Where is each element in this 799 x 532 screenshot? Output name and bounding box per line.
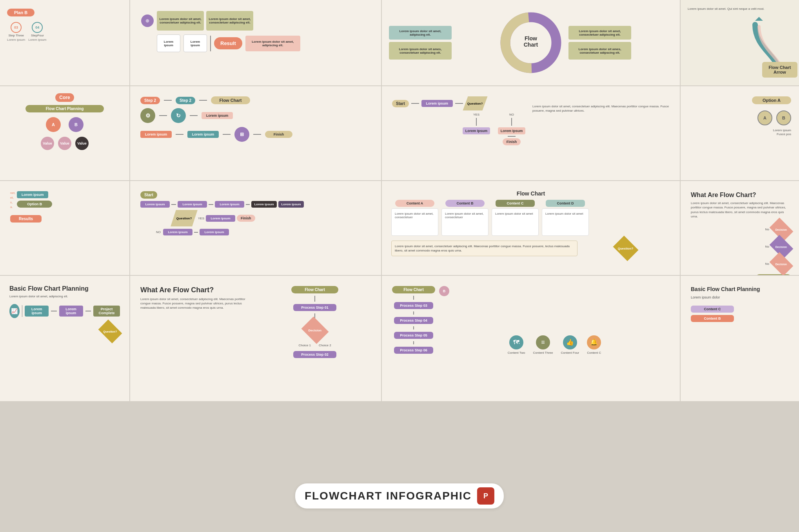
step4-lorem: Lorem ipsum (28, 38, 46, 42)
circle-a-opt: A (757, 110, 772, 125)
step04: Process Step 04 (394, 317, 433, 324)
expand-icon: ⊞ (234, 127, 249, 142)
step2a: Step 2 (140, 97, 160, 104)
what-are-title-14: What Are Flow Chart? (140, 286, 252, 295)
slide-flowchart-donut: Lorem ipsum dolor sit amet, adipiscing e… (382, 0, 680, 85)
planning-label: Flow Chart Planning (25, 105, 104, 112)
body-text: Lorem ipsum dolor sit amet, consectetuer… (532, 96, 670, 170)
footer-icons-area: 🗺 Content Two ≡ Content Three 👍 Content … (508, 335, 601, 355)
start-node: Start (392, 100, 409, 107)
content-a: Content A (395, 200, 434, 207)
content-four-label: Content Four (561, 351, 579, 355)
slide-what-process: What Are Flow Chart? Lorem ipsum dolor s… (130, 276, 381, 401)
content-four-icon: 👍 Content Four (561, 335, 579, 355)
b-circle: B (439, 286, 449, 296)
arrow-lorem: Lorem ipsum dolor sit amet. Qui sint neq… (688, 7, 794, 11)
refresh-icon: ↻ (171, 108, 186, 123)
basic-lorem-16: Lorem ipsum dolor (691, 295, 791, 299)
step3-label: Step Three (8, 34, 24, 37)
project-complete: Project Complete (93, 306, 120, 317)
slide-steps-flow: Step 2 Step 2 Flow Chart ⚙ ↻ Lorem ipsum… (130, 86, 381, 180)
slide-option-b: net, et, s, a. Lorem ipsum Option B Resu… (0, 181, 129, 275)
question-diamond-2: Question? (613, 235, 638, 261)
lorem-small-1: Lorem ipsum (157, 34, 180, 52)
planb-title: Plan B (7, 9, 35, 16)
step4-label: StepFour (31, 34, 44, 37)
donut-lorem-4: Lorem ipsum dolor sit ames, consectetuer… (568, 42, 631, 60)
decision-3: Decision (770, 252, 794, 275)
circle-val1: Value (41, 137, 54, 150)
flow-lorem-3: Lorem ipsum (215, 201, 244, 208)
slide-planb: Plan B 03 Step Three Lorem ipsum 04 Step… (0, 0, 129, 85)
lorem-small-2: Lorem ipsum (183, 34, 207, 52)
option-b-label: Option B (17, 201, 52, 208)
lorem-big-text: Lorem ipsum dolor sit amet, consectetuer… (391, 241, 577, 256)
basic-title-13: Basic Flow Chart Planning (9, 285, 120, 292)
what-are-body-12: Lorem ipsum dolor sit amet, consectetuer… (691, 201, 791, 219)
finish-label: Finish (265, 131, 292, 138)
ppt-icon: P (477, 487, 494, 505)
results-label: Results (10, 215, 42, 223)
content-c-body: Lorem ipsum dolor sit amet (492, 208, 539, 236)
start-node-2: Start (140, 191, 157, 199)
step2b: Step 2 (176, 97, 195, 104)
bell-icon: 🔔 (587, 335, 601, 349)
core-label: Core (55, 93, 74, 102)
circle-b: B (69, 117, 84, 132)
flow-dark-1: Lorem ipsum (251, 201, 277, 208)
map-icon: 🗺 (509, 335, 523, 349)
circle-a: A (46, 117, 61, 132)
question-13: Question? (98, 320, 122, 344)
donut-lorem-1: Lorem ipsum dolor sit amet, adipiscing e… (389, 26, 452, 40)
content-c-16: Content C (691, 306, 734, 313)
lorem-node-1: Lorem ipsum (421, 100, 453, 107)
slide-process-b: Flow Chart Process Step 03 Process Step … (382, 276, 680, 401)
lorem-mid: Lorem ipsum (202, 112, 233, 119)
svg-marker-5 (755, 17, 763, 21)
option-lorem: Lorem ipsum Fusce pos (691, 128, 791, 137)
lorem-node: Lorem ipsum (17, 191, 48, 198)
flowchart-14: Flow Chart (291, 286, 338, 293)
basic-lorem-13: Lorem ipsum dolor sit amet, adipiscing e… (9, 295, 120, 299)
content-three-label: Content Three (533, 351, 553, 355)
slide-basic-right: Basic Flow Chart Planning Lorem ipsum do… (681, 276, 799, 401)
net-label: net, (10, 191, 15, 195)
lorem-node-13: Lorem ipsum (25, 306, 49, 317)
donut-chart: Flow Chart (499, 11, 562, 74)
content-five-label: Content C (587, 351, 601, 355)
circle-val3: Value (75, 137, 89, 150)
lorem-yes: Lorem Ipsum (463, 127, 490, 134)
thumb-icon: 👍 (563, 335, 577, 349)
slide-basic-planning: Basic Flow Chart Planning Lorem ipsum do… (0, 276, 129, 401)
lorem-node-13b: Lorem ipsum (59, 306, 83, 317)
finish-node: Finish (503, 138, 521, 145)
result-box: Result (214, 37, 242, 49)
question-diamond: Question? (463, 96, 487, 110)
slide-what-are: What Are Flow Chart? Lorem ipsum dolor s… (681, 181, 799, 275)
svg-text:Flow: Flow (525, 35, 537, 42)
slide-complex-flow: Start Lorem ipsum Lorem ipsum Lorem ipsu… (130, 181, 381, 275)
option-a-label: Option A (752, 96, 791, 104)
circle-val2: Value (58, 137, 71, 150)
svg-text:Chart: Chart (524, 42, 538, 48)
slide-content-columns: Flow Chart Content A Lorem ipsum dolor s… (382, 181, 680, 275)
lorem-box-1: Lorem ipsum dolor sit amet, consectetuer… (157, 11, 204, 31)
content-d-body: Lorem ipsum dolor sit amet (542, 208, 589, 236)
basic-title-16: Basic Flow Chart Planning (691, 286, 791, 292)
content-c: Content C (496, 200, 535, 207)
step3-num: 03 (11, 22, 22, 33)
flowchart-end: Flowchart (756, 274, 791, 275)
lorem-box-2: Lorem ipsum dolor sit amet, consectetuer… (206, 11, 253, 31)
process01: Process Step 01 (293, 304, 336, 311)
flow-lorem-1: Lorem ipsum (140, 201, 170, 208)
donut-lorem-2: Lorem ipsum dolor sit ames, consectetuer… (389, 42, 452, 60)
result-lorem: Lorem ipsum dolor sit amet, adipiscing e… (245, 36, 300, 51)
content-two-icon: 🗺 Content Two (508, 335, 525, 355)
step4-num: 04 (32, 22, 43, 33)
slide-core: Core Flow Chart Planning A B Value Value… (0, 86, 129, 180)
lorem-bot-2: Lorem ipsum (187, 131, 219, 138)
arrow-label-box: Flow Chart Arrow (762, 62, 797, 78)
lorem-bot-1: Lorem ipsum (140, 131, 172, 138)
content-two-label: Content Two (508, 351, 525, 355)
bottom-banner-wrap: FLOWCHART INFOGRAPHIC P (295, 483, 504, 508)
